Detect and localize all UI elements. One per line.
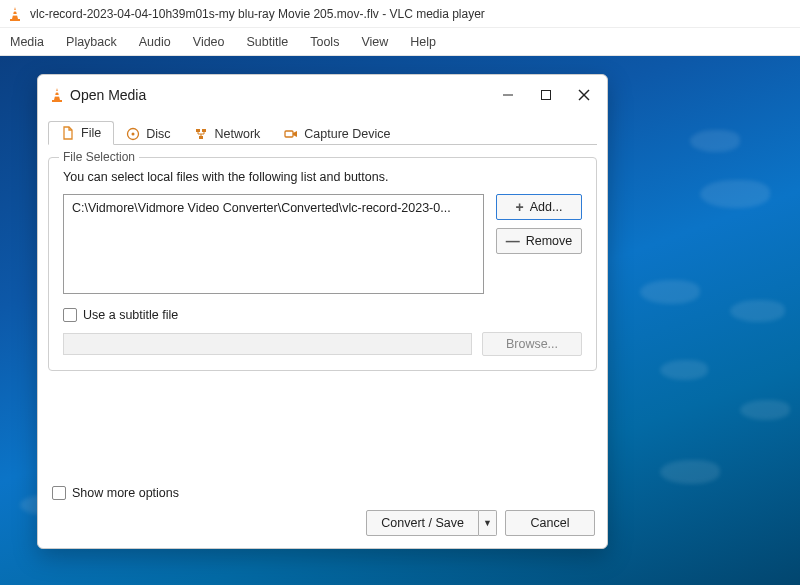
svg-rect-9 <box>542 91 551 100</box>
convert-save-splitbutton[interactable]: Convert / Save ▼ <box>366 510 497 536</box>
bg-fish <box>740 400 790 420</box>
browse-subtitle-button: Browse... <box>482 332 582 356</box>
menu-media[interactable]: Media <box>10 35 44 49</box>
bg-fish <box>690 130 740 152</box>
show-more-label: Show more options <box>72 486 179 500</box>
open-media-dialog: Open Media File Disc <box>37 74 608 549</box>
minus-icon: — <box>506 234 520 248</box>
vlc-cone-icon <box>50 87 64 103</box>
tab-strip: File Disc Network Capture Device <box>48 117 597 145</box>
add-button-label: Add... <box>530 200 563 214</box>
convert-save-label: Convert / Save <box>381 516 464 530</box>
add-button[interactable]: + Add... <box>496 194 582 220</box>
tab-network-label: Network <box>214 127 260 141</box>
file-icon <box>61 126 75 140</box>
disc-icon <box>126 127 140 141</box>
tab-file-label: File <box>81 126 101 140</box>
file-list[interactable]: C:\Vidmore\Vidmore Video Converter\Conve… <box>63 194 484 294</box>
use-subtitle-label: Use a subtitle file <box>83 308 178 322</box>
app-title: vlc-record-2023-04-04-10h39m01s-my blu-r… <box>30 7 485 21</box>
cancel-button[interactable]: Cancel <box>505 510 595 536</box>
dialog-footer: Convert / Save ▼ Cancel <box>38 500 607 548</box>
network-icon <box>194 127 208 141</box>
close-button[interactable] <box>565 80 603 110</box>
subtitle-path-field <box>63 333 472 355</box>
chevron-down-icon: ▼ <box>483 518 492 528</box>
menu-view[interactable]: View <box>361 35 388 49</box>
tab-network[interactable]: Network <box>182 123 272 145</box>
dialog-title: Open Media <box>70 87 489 103</box>
file-selection-group: File Selection You can select local file… <box>48 157 597 371</box>
remove-button[interactable]: — Remove <box>496 228 582 254</box>
app-titlebar: vlc-record-2023-04-04-10h39m01s-my blu-r… <box>0 0 800 28</box>
bg-fish <box>660 360 708 380</box>
bg-fish <box>700 180 770 208</box>
menubar: Media Playback Audio Video Subtitle Tool… <box>0 28 800 56</box>
cancel-label: Cancel <box>531 516 570 530</box>
dialog-titlebar: Open Media <box>38 75 607 115</box>
convert-save-button[interactable]: Convert / Save <box>366 510 479 536</box>
svg-rect-5 <box>52 100 62 102</box>
menu-help[interactable]: Help <box>410 35 436 49</box>
convert-save-dropdown[interactable]: ▼ <box>479 510 497 536</box>
maximize-button[interactable] <box>527 80 565 110</box>
use-subtitle-checkbox[interactable] <box>63 308 77 322</box>
svg-rect-3 <box>12 14 17 16</box>
svg-marker-0 <box>12 7 18 19</box>
tab-capture-label: Capture Device <box>304 127 390 141</box>
svg-rect-17 <box>285 131 293 137</box>
bg-fish <box>730 300 785 322</box>
svg-rect-15 <box>202 129 206 132</box>
remove-button-label: Remove <box>526 234 573 248</box>
menu-video[interactable]: Video <box>193 35 225 49</box>
file-list-item[interactable]: C:\Vidmore\Vidmore Video Converter\Conve… <box>72 201 451 215</box>
svg-rect-14 <box>196 129 200 132</box>
menu-playback[interactable]: Playback <box>66 35 117 49</box>
svg-marker-4 <box>54 88 60 100</box>
svg-rect-7 <box>54 95 59 97</box>
svg-rect-6 <box>55 91 59 93</box>
plus-icon: + <box>516 200 524 214</box>
browse-label: Browse... <box>506 337 558 351</box>
minimize-button[interactable] <box>489 80 527 110</box>
vlc-cone-icon <box>8 6 22 22</box>
tab-file[interactable]: File <box>48 121 114 145</box>
tab-disc[interactable]: Disc <box>114 123 182 145</box>
bg-fish <box>660 460 720 484</box>
menu-audio[interactable]: Audio <box>139 35 171 49</box>
svg-rect-2 <box>13 10 17 12</box>
capture-icon <box>284 127 298 141</box>
bg-fish <box>640 280 700 304</box>
svg-rect-1 <box>10 19 20 21</box>
svg-rect-16 <box>199 136 203 139</box>
file-selection-help: You can select local files with the foll… <box>63 170 582 184</box>
menu-tools[interactable]: Tools <box>310 35 339 49</box>
svg-point-13 <box>132 133 135 136</box>
tab-disc-label: Disc <box>146 127 170 141</box>
show-more-checkbox[interactable] <box>52 486 66 500</box>
tab-capture[interactable]: Capture Device <box>272 123 402 145</box>
file-selection-legend: File Selection <box>59 150 139 164</box>
menu-subtitle[interactable]: Subtitle <box>247 35 289 49</box>
